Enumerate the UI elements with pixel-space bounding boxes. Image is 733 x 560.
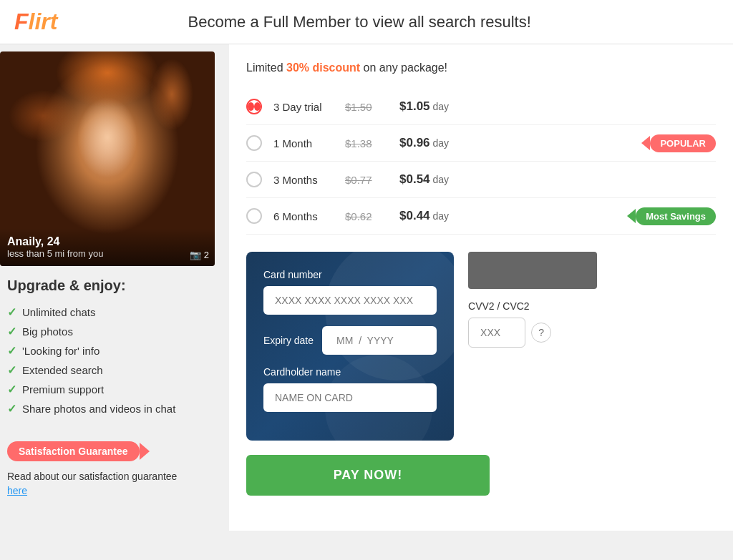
cvv-input[interactable]: [468, 318, 525, 348]
current-price-1month: $0.96: [399, 136, 430, 150]
feature-list: ✓Unlimited chats ✓Big photos ✓'Looking f…: [7, 303, 222, 418]
expiry-label: Expiry date: [263, 335, 314, 346]
popular-badge: POPULAR: [650, 134, 716, 152]
radio-3day[interactable]: [246, 99, 262, 114]
expiry-input[interactable]: [322, 326, 437, 355]
discount-banner: Limited 30% discount on any package!: [246, 62, 716, 74]
discount-highlight: 30% discount: [286, 62, 360, 74]
plan-name-3months: 3 Months: [273, 174, 345, 186]
plan-name-6months: 6 Months: [273, 210, 345, 222]
list-item: ✓Share photos and videos in chat: [7, 399, 222, 418]
card-number-input[interactable]: [263, 286, 437, 315]
cvv-help-icon[interactable]: ?: [531, 323, 551, 343]
main-content: Anaily, 24 less than 5 mi from you 📷 2 U…: [0, 44, 733, 531]
app-wrapper: Flirt Become a Full Member to view all s…: [0, 0, 733, 531]
original-price-3day: $1.50: [345, 101, 388, 113]
cvv-section: CVV2 / CVC2 ?: [468, 300, 597, 348]
current-price-6months: $0.44: [399, 209, 430, 223]
current-price-3months: $0.54: [399, 172, 430, 187]
check-icon: ✓: [7, 383, 16, 396]
per-day-1month: day: [433, 137, 450, 149]
satisfaction-text: Read about our satisfaction guarantee he…: [7, 470, 222, 498]
cvv-row: ?: [468, 318, 597, 348]
check-icon: ✓: [7, 363, 16, 377]
pricing-options: 3 Day trial $1.50 $1.05 day 1 Month $1.3…: [246, 89, 716, 235]
header: Flirt Become a Full Member to view all s…: [0, 0, 733, 44]
logo: Flirt: [14, 9, 57, 35]
original-price-1month: $1.38: [345, 137, 388, 149]
right-panel: Limited 30% discount on any package! 3 D…: [229, 44, 733, 531]
expiry-row: Expiry date: [263, 326, 437, 355]
plan-name-3day: 3 Day trial: [273, 101, 345, 113]
per-day-6months: day: [433, 210, 450, 222]
upgrade-title: Upgrade & enjoy:: [7, 277, 222, 294]
logo-rest: lirt: [29, 9, 58, 34]
plan-name-1month: 1 Month: [273, 137, 345, 149]
radio-3months[interactable]: [246, 172, 262, 187]
check-icon: ✓: [7, 305, 16, 319]
list-item: ✓'Looking for' info: [7, 341, 222, 360]
logo-f: F: [14, 9, 29, 34]
list-item: ✓Premium support: [7, 380, 222, 399]
plan-row-1month[interactable]: 1 Month $1.38 $0.96 day POPULAR: [246, 125, 716, 162]
pay-now-button[interactable]: PAY NOW!: [246, 455, 490, 496]
cardholder-label: Cardholder name: [263, 366, 437, 378]
current-price-3day: $1.05: [399, 99, 430, 114]
original-price-3months: $0.77: [345, 174, 388, 186]
cardholder-input[interactable]: [263, 383, 437, 412]
cvv-label: CVV2 / CVC2: [468, 300, 597, 312]
profile-name: Anaily, 24: [7, 235, 208, 248]
list-item: ✓Big photos: [7, 322, 222, 341]
left-panel: Anaily, 24 less than 5 mi from you 📷 2 U…: [0, 44, 229, 531]
per-day-3day: day: [433, 101, 450, 112]
plan-row-3day[interactable]: 3 Day trial $1.50 $1.05 day: [246, 89, 716, 125]
radio-1month[interactable]: [246, 135, 262, 151]
profile-distance: less than 5 mi from you: [7, 248, 208, 259]
savings-badge: Most Savings: [636, 207, 716, 225]
list-item: ✓Extended search: [7, 360, 222, 380]
page-title: Become a Full Member to view all search …: [57, 13, 661, 31]
radio-6months[interactable]: [246, 208, 262, 224]
payment-form: Card number Expiry date Cardholder name: [246, 252, 454, 441]
payment-logo-bar: [468, 252, 597, 289]
per-day-3months: day: [433, 174, 450, 185]
satisfaction-badge: Satisfaction Guarantee: [7, 441, 140, 461]
profile-photo-count: 📷 2: [190, 250, 209, 260]
original-price-6months: $0.62: [345, 210, 388, 222]
plan-row-3months[interactable]: 3 Months $0.77 $0.54 day: [246, 162, 716, 198]
check-icon: ✓: [7, 344, 16, 358]
satisfaction-link[interactable]: here: [7, 485, 27, 496]
list-item: ✓Unlimited chats: [7, 303, 222, 322]
upgrade-section: Upgrade & enjoy: ✓Unlimited chats ✓Big p…: [0, 266, 229, 509]
card-number-label: Card number: [263, 269, 437, 280]
profile-image-container: Anaily, 24 less than 5 mi from you 📷 2: [0, 51, 215, 266]
plan-row-6months[interactable]: 6 Months $0.62 $0.44 day Most Savings: [246, 198, 716, 235]
camera-icon: 📷: [190, 250, 201, 260]
check-icon: ✓: [7, 402, 16, 416]
profile-overlay: Anaily, 24 less than 5 mi from you: [0, 228, 215, 266]
check-icon: ✓: [7, 325, 16, 338]
